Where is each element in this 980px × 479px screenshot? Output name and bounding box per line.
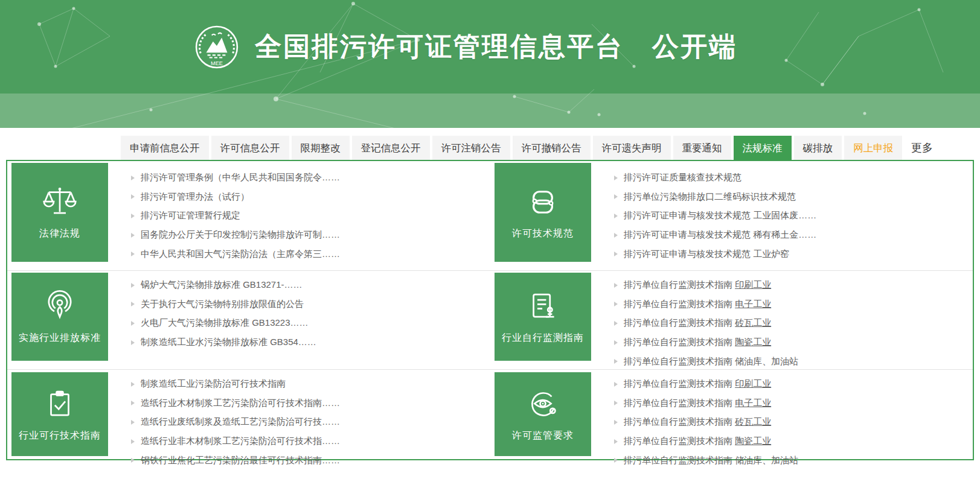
list-item[interactable]: 排污许可证申请与核发技术规范 工业炉窑 xyxy=(614,244,973,264)
category-label: 实施行业排放标准 xyxy=(19,332,101,344)
category-permit-tech-specs[interactable]: 许可技术规范 xyxy=(495,163,591,262)
triangle-bullet-icon xyxy=(131,340,135,345)
list-item-label: 排污单位污染物排放口二维码标识技术规范 xyxy=(624,191,796,203)
category-permit-supervision-requirements[interactable]: 许可监管要求 xyxy=(495,372,591,456)
tab-online-application[interactable]: 网上申报 xyxy=(844,136,902,160)
list-item-label: 排污单位自行监测技术指南 陶瓷工业 xyxy=(624,337,771,348)
list-item-label: 排污单位自行监测技术指南 印刷工业 xyxy=(624,378,771,390)
triangle-bullet-icon xyxy=(614,359,618,364)
list-item-label: 排污单位自行监测技术指南 砖瓦工业 xyxy=(624,416,771,428)
list-item[interactable]: 钢铁行业焦化工艺污染防治最佳可行技术指南…… xyxy=(131,451,490,470)
category-column: 行业可行技术指南 xyxy=(7,370,108,459)
list-item-label: 排污许可证管理暂行规定 xyxy=(141,210,240,221)
list-item[interactable]: 排污单位自行监测技术指南 储油库、加油站 xyxy=(614,451,973,470)
list-item[interactable]: 排污单位自行监测技术指南 陶瓷工业 xyxy=(614,432,973,451)
triangle-bullet-icon xyxy=(614,439,618,444)
list-item[interactable]: 排污许可管理办法（试行） xyxy=(131,188,490,207)
triangle-bullet-icon xyxy=(131,401,135,405)
category-column: 许可技术规范 xyxy=(490,161,591,270)
list-item[interactable]: 排污许可证管理暂行规定 xyxy=(131,206,490,226)
category-label: 法律法规 xyxy=(39,227,80,240)
tab-registration-disclosure[interactable]: 登记信息公开 xyxy=(352,136,430,160)
list-item-label: 钢铁行业焦化工艺污染防治最佳可行技术指南…… xyxy=(141,455,340,466)
list-item-label: 排污单位自行监测技术指南 电子工业 xyxy=(624,398,771,409)
list-item[interactable]: 排污单位自行监测技术指南 砖瓦工业 xyxy=(614,413,973,432)
tab-deadline-rectification[interactable]: 限期整改 xyxy=(292,136,350,160)
list-item-label: 国务院办公厅关于印发控制污染物排放许可制…… xyxy=(141,229,340,241)
list-item[interactable]: 制浆造纸工业污染防治可行技术指南 xyxy=(131,375,490,394)
content-row: 行业可行技术指南 制浆造纸工业污染防治可行技术指南 造纸行业木材制浆工艺污染防治… xyxy=(7,369,973,459)
mee-logo-text: MEE xyxy=(211,60,223,66)
triangle-bullet-icon xyxy=(131,194,135,199)
list-item-label: 排污单位自行监测技术指南 陶瓷工业 xyxy=(624,436,771,447)
list-item-label: 排污许可管理条例（中华人民共和国国务院令…… xyxy=(141,172,340,183)
triangle-bullet-icon xyxy=(131,176,135,180)
list-item[interactable]: 排污单位污染物排放口二维码标识技术规范 xyxy=(614,188,973,207)
list-item-label: 排污单位自行监测技术指南 储油库、加油站 xyxy=(624,455,798,466)
list-item[interactable]: 造纸行业木材制浆工艺污染防治可行技术指南…… xyxy=(131,394,490,413)
list-item-label: 造纸行业非木材制浆工艺污染防治可行技术指…… xyxy=(141,436,340,447)
list-item[interactable]: 锅炉大气污染物排放标准 GB13271-…… xyxy=(131,276,490,295)
list-item[interactable]: 排污许可管理条例（中华人民共和国国务院令…… xyxy=(131,168,490,188)
list-item[interactable]: 排污单位自行监测技术指南 印刷工业 xyxy=(614,375,973,394)
list-item-label: 造纸行业木材制浆工艺污染防治可行技术指南…… xyxy=(141,398,340,409)
triangle-bullet-icon xyxy=(131,252,135,256)
list-item[interactable]: 排污单位自行监测技术指南 砖瓦工业 xyxy=(614,314,973,333)
list-item-label: 锅炉大气污染物排放标准 GB13271-…… xyxy=(141,279,303,291)
list-item-label: 火电厂大气污染物排放标准 GB13223…… xyxy=(141,317,309,329)
triangle-bullet-icon xyxy=(131,214,135,218)
list-item[interactable]: 排污单位自行监测技术指南 印刷工业 xyxy=(614,276,973,295)
tab-important-notice[interactable]: 重要通知 xyxy=(673,136,731,160)
category-column: 行业自行监测指南 xyxy=(490,271,591,369)
list-item[interactable]: 关于执行大气污染物特别排放限值的公告 xyxy=(131,295,490,314)
list-item[interactable]: 国务院办公厅关于印发控制污染物排放许可制…… xyxy=(131,226,490,245)
section-item-list: 锅炉大气污染物排放标准 GB13271-…… 关于执行大气污染物特别排放限值的公… xyxy=(108,271,490,369)
tab-pre-application-disclosure[interactable]: 申请前信息公开 xyxy=(121,136,209,160)
category-industry-emission-standards[interactable]: 实施行业排放标准 xyxy=(11,273,108,361)
list-item[interactable]: 火电厂大气污染物排放标准 GB13223…… xyxy=(131,314,490,333)
header-band-light xyxy=(0,94,980,128)
document-stamp-icon xyxy=(525,289,560,324)
list-item-label: 排污单位自行监测技术指南 砖瓦工业 xyxy=(624,317,771,329)
triangle-bullet-icon xyxy=(614,401,618,405)
category-column: 许可监管要求 xyxy=(490,370,591,459)
tab-permit-revocation-notice[interactable]: 许可撤销公告 xyxy=(513,136,591,160)
list-item[interactable]: 排污许可证申请与核发技术规范 稀有稀土金…… xyxy=(614,226,973,245)
list-item[interactable]: 造纸行业废纸制浆及造纸工艺污染防治可行技…… xyxy=(131,413,490,432)
tab-regulations-standards[interactable]: 法规标准 xyxy=(734,136,792,160)
list-item[interactable]: 排污许可证申请与核发技术规范 工业固体废…… xyxy=(614,206,973,226)
list-item[interactable]: 造纸行业非木材制浆工艺污染防治可行技术指…… xyxy=(131,432,490,451)
category-label: 许可监管要求 xyxy=(512,430,574,442)
triangle-bullet-icon xyxy=(131,420,135,425)
list-item[interactable]: 排污单位自行监测技术指南 电子工业 xyxy=(614,394,973,413)
category-label: 行业可行技术指南 xyxy=(19,430,101,442)
triangle-bullet-icon xyxy=(614,382,618,387)
tab-permit-info-disclosure[interactable]: 许可信息公开 xyxy=(211,136,289,160)
triangle-bullet-icon xyxy=(614,283,618,288)
more-link[interactable]: 更多 xyxy=(911,141,933,155)
list-item-label: 造纸行业废纸制浆及造纸工艺污染防治可行技…… xyxy=(141,416,340,428)
list-item[interactable]: 制浆造纸工业水污染物排放标准 GB354…… xyxy=(131,333,490,352)
tab-permit-cancellation-notice[interactable]: 许可注销公告 xyxy=(432,136,510,160)
triangle-bullet-icon xyxy=(614,340,618,345)
list-item[interactable]: 排污单位自行监测技术指南 陶瓷工业 xyxy=(614,333,973,352)
category-label: 行业自行监测指南 xyxy=(502,332,584,344)
list-item-label: 排污许可管理办法（试行） xyxy=(141,191,249,203)
section-item-list: 排污单位自行监测技术指南 印刷工业 排污单位自行监测技术指南 电子工业 排污单位… xyxy=(591,370,973,459)
list-item[interactable]: 排污许可证质量核查技术规范 xyxy=(614,168,973,188)
tab-carbon-emission[interactable]: 碳排放 xyxy=(794,136,842,160)
triangle-bullet-icon xyxy=(131,283,135,288)
list-item-label: 排污许可证质量核查技术规范 xyxy=(624,172,741,183)
triangle-bullet-icon xyxy=(614,194,618,199)
list-item[interactable]: 排污单位自行监测技术指南 储油库、加油站 xyxy=(614,352,973,371)
list-item-label: 制浆造纸工业污染防治可行技术指南 xyxy=(141,378,286,390)
category-law-regulations[interactable]: 法律法规 xyxy=(11,163,108,262)
category-column: 实施行业排放标准 xyxy=(7,271,108,369)
category-feasible-tech-guides[interactable]: 行业可行技术指南 xyxy=(11,372,108,456)
eye-monitor-icon xyxy=(525,387,560,422)
category-self-monitoring-guides[interactable]: 行业自行监测指南 xyxy=(495,273,591,361)
list-item[interactable]: 排污单位自行监测技术指南 电子工业 xyxy=(614,295,973,314)
list-item[interactable]: 中华人民共和国大气污染防治法（主席令第三…… xyxy=(131,244,490,264)
tab-permit-loss-statement[interactable]: 许可遗失声明 xyxy=(593,136,671,160)
list-item-label: 中华人民共和国大气污染防治法（主席令第三…… xyxy=(141,249,340,260)
